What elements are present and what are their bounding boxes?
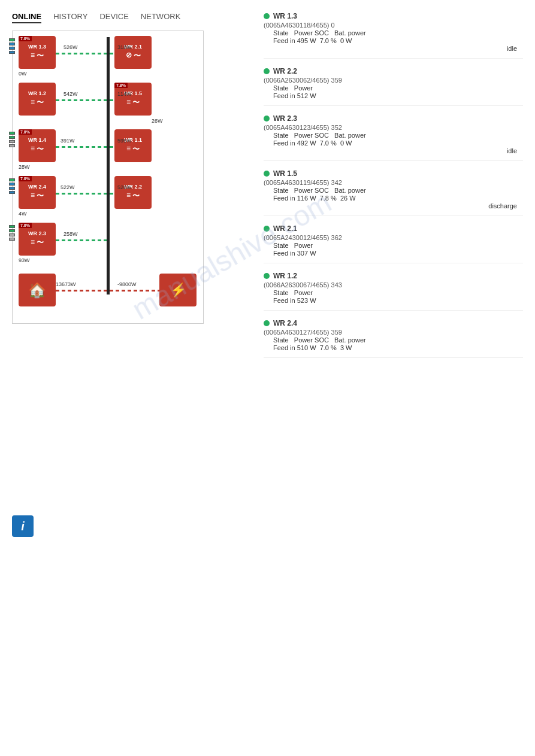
inverter-wr1-2[interactable]: WR 1.2 ≡ 〜	[19, 83, 56, 116]
inverter-wr1-4[interactable]: 7.0% WR 1.4 ≡ 〜	[19, 129, 56, 162]
device-row2-wr1-2: Feed in 523 W	[273, 297, 523, 304]
label-wr1-2: WR 1.2	[28, 90, 46, 96]
device-id-wr1-3: (0065A4630118/4655) 0	[264, 22, 523, 29]
status-dot-wr2-4	[264, 320, 270, 326]
watts-wr2-4: 4W	[19, 211, 27, 217]
device-id-wr1-2: (0066A2630067/4655) 343	[264, 281, 523, 289]
device-wr2-4[interactable]: WR 2.4 (0065A4630127/4655) 359 State Pow…	[264, 319, 523, 358]
watts-wr1-4: 28W	[19, 164, 30, 170]
bus-line	[107, 37, 110, 294]
inverter-wr2-4[interactable]: 7.0% WR 2.4 ≡ 〜	[19, 176, 56, 209]
soc-badge-wr1-4: 7.0%	[19, 129, 32, 135]
icon-div: ⊘	[126, 51, 132, 61]
tab-online[interactable]: ONLINE	[12, 12, 41, 23]
inverter-wr1-3[interactable]: 7.0% WR 1.3 ≡ 〜	[19, 36, 56, 69]
line-wr2-1-left	[110, 53, 114, 54]
power-wr2-1: 318W	[117, 44, 132, 50]
device-id-wr2-1: (0065A2430012/4655) 362	[264, 234, 523, 241]
watts-wr2-3: 93W	[19, 257, 30, 263]
line-grid	[110, 290, 159, 292]
power-grid: -9800W	[117, 281, 137, 287]
line-house	[56, 290, 107, 292]
power-wr2-2: 526W	[117, 184, 132, 190]
line-wr1-4	[56, 146, 107, 148]
label-wr2-4: WR 2.4	[28, 184, 46, 190]
power-wr2-3: 258W	[64, 231, 78, 237]
device-row3-wr1-5: discharge	[273, 202, 523, 210]
icon-equals: ≡	[31, 51, 35, 61]
power-house: 13673W	[56, 281, 76, 287]
device-row2-wr2-2: Feed in 512 W	[273, 92, 523, 99]
left-panel: ONLINE HISTORY DEVICE NETWORK 7.0% WR 1.…	[12, 12, 246, 537]
line-wr2-4	[56, 193, 107, 195]
device-row3-wr2-3: idle	[273, 147, 523, 154]
tab-network[interactable]: NETWORK	[141, 12, 180, 23]
soc-badge-wr1-5: 7.8%	[114, 83, 128, 88]
device-name-wr2-2: WR 2.2	[273, 67, 297, 75]
inverter-wr2-2[interactable]: WR 2.2 ≡ 〜	[114, 176, 152, 209]
grid-icon: ⚡	[159, 274, 197, 306]
device-name-wr2-1: WR 2.1	[273, 224, 297, 233]
device-name-wr2-4: WR 2.4	[273, 319, 297, 327]
inverter-wr1-1[interactable]: WR 1.1 ≡ 〜	[114, 129, 152, 162]
device-row1-wr1-3: State Power SOC Bat. power	[273, 29, 523, 37]
line-wr2-3	[56, 239, 107, 241]
power-wr1-2: 542W	[64, 91, 78, 97]
label-wr2-3: WR 2.3	[28, 230, 46, 236]
device-row2-wr1-3: Feed in 495 W 7.0 % 0 W	[273, 37, 523, 44]
power-wr1-3: 526W	[64, 44, 78, 50]
status-dot-wr2-1	[264, 226, 270, 232]
power-wr1-1: 595W	[117, 138, 132, 144]
device-wr1-3[interactable]: WR 1.3 (0065A4630118/4655) 0 State Power…	[264, 12, 523, 59]
device-wr1-2[interactable]: WR 1.2 (0066A2630067/4655) 343 State Pow…	[264, 272, 523, 311]
icon-wave: 〜	[37, 51, 44, 61]
device-wr1-5[interactable]: WR 1.5 (0065A4630119/4655) 342 State Pow…	[264, 169, 523, 216]
device-id-wr2-3: (0065A4630123/4655) 352	[264, 124, 523, 131]
info-section: i	[12, 515, 246, 537]
inverter-wr2-1[interactable]: WR 2.1 ⊘ 〜	[114, 36, 152, 69]
icon-wave2: 〜	[134, 51, 141, 61]
device-wr2-2[interactable]: WR 2.2 (0066A2630062/4655) 359 State Pow…	[264, 67, 523, 106]
line-wr1-2	[56, 99, 107, 101]
device-name-wr2-3: WR 2.3	[273, 114, 297, 123]
tab-device[interactable]: DEVICE	[99, 12, 128, 23]
label-wr1-3: WR 1.3	[28, 44, 46, 50]
line-wr1-5-left	[110, 99, 114, 101]
watts-wr1-3: 0W	[19, 71, 27, 77]
status-dot-wr2-3	[264, 116, 270, 122]
device-wr2-3[interactable]: WR 2.3 (0065A4630123/4655) 352 State Pow…	[264, 114, 523, 161]
status-dot-wr1-3	[264, 13, 270, 19]
line-wr1-1-left	[110, 146, 114, 148]
inverter-wr2-3[interactable]: 7.0% WR 2.3 ≡ 〜	[19, 223, 56, 256]
device-row2-wr2-1: Feed in 307 W	[273, 250, 523, 257]
power-wr1-5: 114W	[117, 91, 132, 97]
inverter-wr1-5[interactable]: 7.8% WR 1.5 ≡ 〜	[114, 83, 152, 116]
power-wr1-4: 391W	[61, 138, 75, 144]
device-row1-wr2-3: State Power SOC Bat. power	[273, 132, 523, 139]
soc-badge-wr2-4: 7.0%	[19, 176, 32, 181]
line-wr1-3	[56, 53, 107, 54]
device-name-wr1-2: WR 1.2	[273, 272, 297, 280]
watts-wr1-5: 26W	[152, 118, 163, 124]
device-row1-wr1-5: State Power SOC Bat. power	[273, 187, 523, 194]
label-wr1-4: WR 1.4	[28, 137, 46, 143]
device-row2-wr2-3: Feed in 492 W 7.0 % 0 W	[273, 139, 523, 147]
device-row1-wr2-1: State Power	[273, 242, 523, 249]
device-row3-wr1-3: idle	[273, 45, 523, 52]
device-id-wr2-4: (0065A4630127/4655) 359	[264, 329, 523, 336]
tab-history[interactable]: HISTORY	[53, 12, 87, 23]
soc-badge-wr2-3: 7.0%	[19, 223, 32, 228]
diagram-area: 7.0% WR 1.3 ≡ 〜 0W 526W	[12, 31, 204, 324]
info-icon[interactable]: i	[12, 515, 34, 537]
device-id-wr1-5: (0065A4630119/4655) 342	[264, 179, 523, 186]
device-row1-wr1-2: State Power	[273, 289, 523, 296]
device-wr2-1[interactable]: WR 2.1 (0065A2430012/4655) 362 State Pow…	[264, 224, 523, 263]
device-row1-wr2-4: State Power SOC Bat. power	[273, 336, 523, 344]
line-wr2-2-left	[110, 193, 114, 195]
device-name-wr1-5: WR 1.5	[273, 169, 297, 178]
soc-badge-wr1-3: 7.0%	[19, 36, 32, 41]
device-row1-wr2-2: State Power	[273, 84, 523, 92]
device-row2-wr1-5: Feed in 116 W 7.8 % 26 W	[273, 195, 523, 202]
right-panel: WR 1.3 (0065A4630118/4655) 0 State Power…	[258, 12, 523, 537]
status-dot-wr2-2	[264, 68, 270, 74]
